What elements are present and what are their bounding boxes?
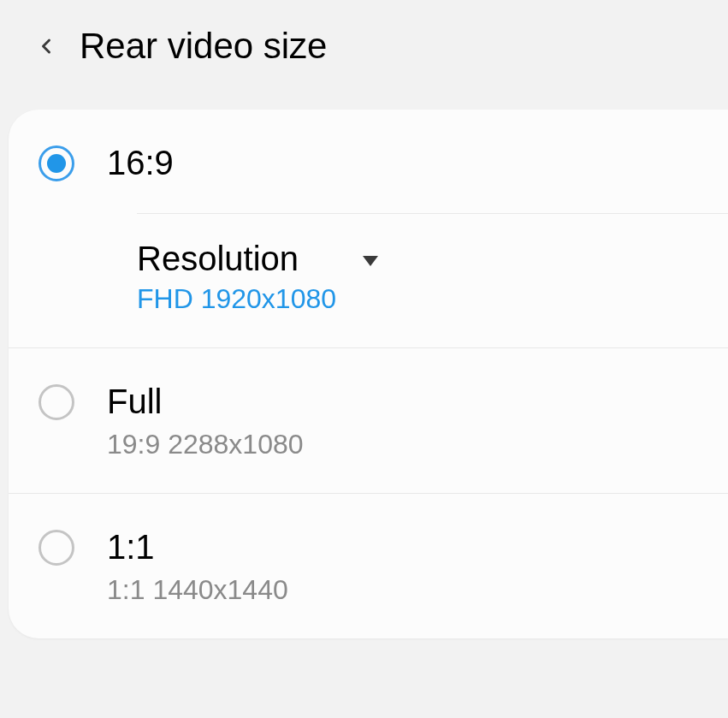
resolution-content: Resolution FHD 1920x1080 <box>137 240 336 315</box>
option-content: 1:1 1:1 1440x1440 <box>107 526 702 606</box>
page-title: Rear video size <box>80 26 327 67</box>
option-full[interactable]: Full 19:9 2288x1080 <box>9 348 728 494</box>
options-card: 16:9 Resolution FHD 1920x1080 Full 19:9 … <box>9 110 728 638</box>
option-content: 16:9 <box>107 142 702 183</box>
option-subtitle: 19:9 2288x1080 <box>107 429 702 460</box>
option-subtitle: 1:1 1440x1440 <box>107 574 702 606</box>
resolution-value: FHD 1920x1080 <box>137 283 336 315</box>
radio-1-1[interactable] <box>38 530 74 566</box>
back-icon[interactable] <box>34 34 58 58</box>
option-content: Full 19:9 2288x1080 <box>107 381 702 460</box>
radio-full[interactable] <box>38 384 74 420</box>
option-16-9-section: 16:9 Resolution FHD 1920x1080 <box>9 110 728 348</box>
resolution-label: Resolution <box>137 240 336 278</box>
radio-16-9[interactable] <box>38 145 74 181</box>
header: Rear video size <box>0 0 728 110</box>
option-title: 16:9 <box>107 142 702 183</box>
svg-marker-0 <box>363 256 378 266</box>
option-title: 1:1 <box>107 526 702 567</box>
resolution-dropdown[interactable]: Resolution FHD 1920x1080 <box>9 214 728 347</box>
option-16-9[interactable]: 16:9 <box>9 110 728 183</box>
option-title: Full <box>107 381 702 422</box>
chevron-down-icon <box>360 254 381 271</box>
option-1-1[interactable]: 1:1 1:1 1440x1440 <box>9 494 728 638</box>
